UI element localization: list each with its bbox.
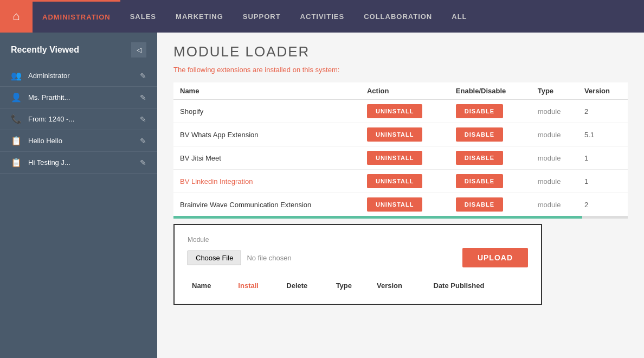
sidebar-collapse-button[interactable]: ◁ [131, 42, 146, 57]
module-version: 1 [578, 146, 628, 170]
progress-bar-container [173, 216, 628, 219]
uninstall-button[interactable]: UNINSTALL [367, 197, 423, 212]
table-row: Shopify UNINSTALL DISABLE module 2 [173, 100, 628, 123]
sidebar-title: Recently Viewed [11, 45, 79, 55]
phone-icon: 📞 [11, 114, 22, 124]
sidebar-item-hi-testing-j[interactable]: 📋 Hi Testing J... ✎ [0, 152, 157, 174]
nav-support[interactable]: SUPPORT [233, 0, 291, 33]
upload-row: Choose File No file chosen UPLOAD [188, 248, 528, 267]
nav-administration[interactable]: ADMINISTRATION [33, 0, 120, 33]
choose-file-button[interactable]: Choose File [188, 251, 241, 265]
document-icon: 📋 [11, 136, 22, 146]
layout: Recently Viewed ◁ 👥 Administrator ✎ 👤 Ms… [0, 33, 644, 358]
module-name: BV Linkedin Integration [173, 170, 360, 193]
disable-button[interactable]: DISABLE [456, 151, 503, 165]
nav-links: ADMINISTRATION SALES MARKETING SUPPORT A… [33, 0, 644, 33]
module-type: module [531, 170, 578, 193]
edit-icon[interactable]: ✎ [140, 115, 146, 124]
edit-icon[interactable]: ✎ [140, 137, 146, 145]
uninstall-button[interactable]: UNINSTALL [367, 151, 423, 165]
upload-left: Choose File No file chosen [188, 251, 292, 265]
sidebar-item-from-1240[interactable]: 📞 From: 1240 -... ✎ [0, 108, 157, 130]
edit-icon[interactable]: ✎ [140, 158, 146, 167]
module-version: 2 [578, 100, 628, 123]
sidebar-item-hello-hello[interactable]: 📋 Hello Hello ✎ [0, 130, 157, 152]
col-type: Type [531, 82, 578, 100]
module-list-table: Name Install Delete Type Version Date Pu… [188, 278, 528, 293]
disable-button[interactable]: DISABLE [456, 174, 503, 188]
top-nav: ⌂ ADMINISTRATION SALES MARKETING SUPPORT… [0, 0, 644, 33]
table-row: Brainvire Wave Communication Extension U… [173, 193, 628, 216]
list-col-version: Version [372, 278, 429, 293]
nav-all[interactable]: ALL [442, 0, 476, 33]
module-type: module [531, 123, 578, 146]
sidebar-item-label: Hi Testing J... [28, 158, 140, 167]
list-col-date-published: Date Published [429, 278, 529, 293]
col-version: Version [578, 82, 628, 100]
users-icon: 👥 [11, 71, 22, 81]
list-col-type: Type [332, 278, 372, 293]
sidebar-item-label: From: 1240 -... [28, 115, 140, 123]
user-icon: 👤 [11, 92, 22, 103]
list-col-name: Name [188, 278, 234, 293]
home-icon: ⌂ [12, 9, 20, 23]
module-version: 2 [578, 193, 628, 216]
edit-icon[interactable]: ✎ [140, 72, 146, 80]
nav-marketing[interactable]: MARKETING [166, 0, 233, 33]
no-file-text: No file chosen [247, 254, 291, 262]
module-link[interactable]: BV Linkedin Integration [180, 177, 253, 186]
list-col-install: Install [234, 278, 282, 293]
upload-button[interactable]: UPLOAD [462, 248, 528, 267]
uninstall-button[interactable]: UNINSTALL [367, 127, 423, 142]
upload-section: Module Choose File No file chosen UPLOAD… [173, 224, 542, 305]
nav-sales[interactable]: SALES [120, 0, 166, 33]
document-icon: 📋 [11, 157, 22, 168]
module-name: Shopify [173, 100, 360, 123]
module-table: Name Action Enable/Disable Type Version … [173, 82, 628, 216]
subtitle: The following extensions are installed o… [173, 66, 628, 74]
table-row: BV Linkedin Integration UNINSTALL DISABL… [173, 170, 628, 193]
module-type: module [531, 100, 578, 123]
table-row: BV Whats App Extension UNINSTALL DISABLE… [173, 123, 628, 146]
module-type: module [531, 193, 578, 216]
sidebar-item-label: Administrator [28, 72, 140, 80]
nav-activities[interactable]: ACTIVITIES [291, 0, 355, 33]
module-version: 1 [578, 170, 628, 193]
progress-bar [173, 216, 582, 219]
table-row: BV Jitsi Meet UNINSTALL DISABLE module 1 [173, 146, 628, 170]
list-col-delete: Delete [282, 278, 331, 293]
sidebar: Recently Viewed ◁ 👥 Administrator ✎ 👤 Ms… [0, 33, 157, 358]
page-title: MODULE LOADER [173, 43, 628, 60]
module-label: Module [188, 236, 528, 244]
module-name: BV Whats App Extension [173, 123, 360, 146]
nav-collaboration[interactable]: COLLABORATION [354, 0, 442, 33]
disable-button[interactable]: DISABLE [456, 104, 503, 118]
disable-button[interactable]: DISABLE [456, 127, 503, 142]
module-version: 5.1 [578, 123, 628, 146]
edit-icon[interactable]: ✎ [140, 93, 146, 102]
module-name: Brainvire Wave Communication Extension [173, 193, 360, 216]
col-name: Name [173, 82, 360, 100]
home-button[interactable]: ⌂ [0, 0, 33, 33]
module-type: module [531, 146, 578, 170]
sidebar-item-ms-prarthit[interactable]: 👤 Ms. Prarthit... ✎ [0, 87, 157, 108]
main-content: MODULE LOADER The following extensions a… [157, 33, 644, 358]
uninstall-button[interactable]: UNINSTALL [367, 104, 423, 118]
col-action: Action [360, 82, 449, 100]
disable-button[interactable]: DISABLE [456, 197, 503, 212]
module-name: BV Jitsi Meet [173, 146, 360, 170]
sidebar-item-label: Hello Hello [28, 137, 140, 145]
col-enable-disable: Enable/Disable [449, 82, 531, 100]
uninstall-button[interactable]: UNINSTALL [367, 174, 423, 188]
sidebar-item-administrator[interactable]: 👥 Administrator ✎ [0, 65, 157, 87]
sidebar-item-label: Ms. Prarthit... [28, 93, 140, 101]
